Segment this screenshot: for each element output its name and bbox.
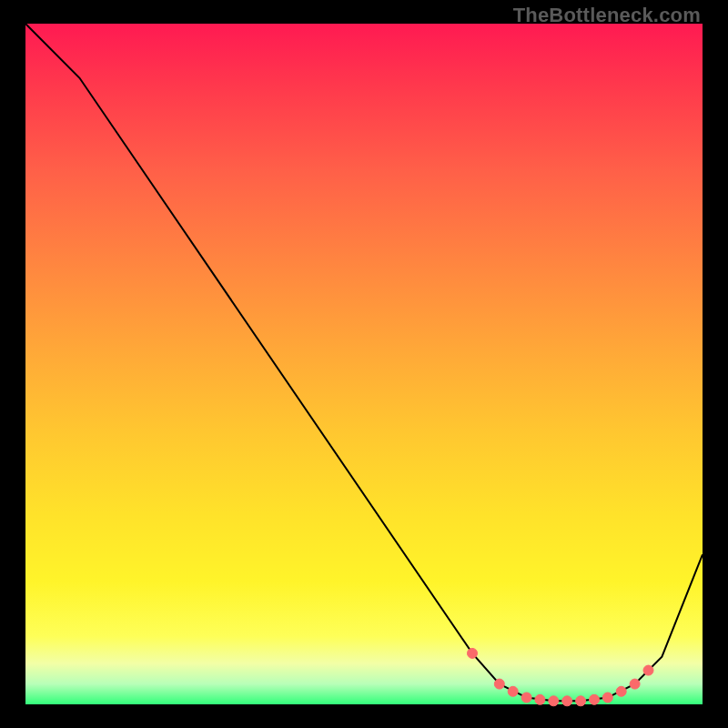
chart-svg [25,24,703,704]
bottleneck-curve [25,24,703,701]
curve-marker [590,694,600,704]
curve-marker [494,679,504,689]
curve-marker [602,693,612,703]
curve-marker [616,686,626,696]
curve-marker [643,665,653,675]
curve-markers [468,648,654,705]
curve-marker [630,679,640,689]
curve-marker [468,648,478,658]
curve-marker [535,694,545,704]
chart-plot-area [25,24,703,704]
curve-marker [521,693,531,703]
attribution-label: TheBottleneck.com [513,4,701,27]
curve-marker [576,696,586,706]
curve-marker [508,686,518,696]
curve-marker [562,696,572,706]
chart-container: TheBottleneck.com [0,0,728,728]
curve-marker [549,696,559,706]
